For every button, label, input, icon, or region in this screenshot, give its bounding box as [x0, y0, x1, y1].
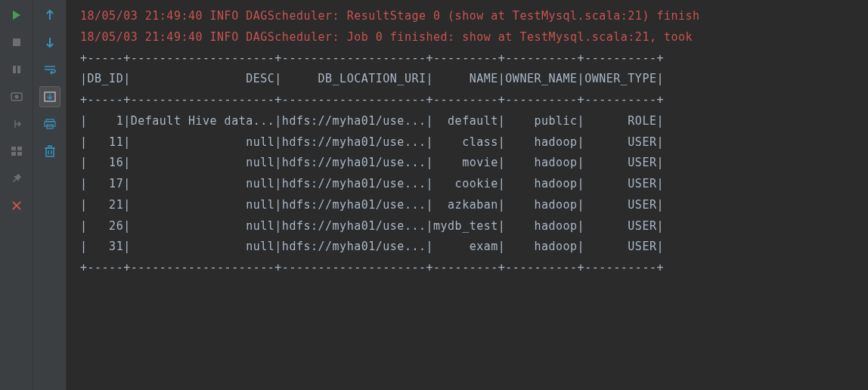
print-button[interactable] [39, 113, 60, 135]
table-row: | 17| null|hdfs://myha01/use...| cookie|… [80, 177, 664, 190]
console-output[interactable]: 18/05/03 21:49:40 INFO DAGScheduler: Res… [67, 0, 868, 390]
log-line: 18/05/03 21:49:40 INFO DAGScheduler: Job… [80, 30, 700, 44]
scroll-up-button[interactable] [39, 5, 60, 26]
svg-rect-2 [17, 66, 20, 73]
table-row: | 31| null|hdfs://myha01/use...| exam| h… [80, 240, 664, 253]
table-row: | 21| null|hdfs://myha01/use...| azkaban… [80, 198, 664, 212]
svg-rect-7 [11, 152, 16, 156]
clear-button[interactable] [39, 141, 60, 162]
table-row: | 26| null|hdfs://myha01/use...|mydb_tes… [80, 219, 664, 233]
soft-wrap-button[interactable] [39, 59, 60, 80]
table-border: +-----+--------------------+------------… [80, 93, 664, 107]
svg-rect-13 [46, 148, 54, 156]
table-row: | 1|Default Hive data...|hdfs://myha01/u… [80, 114, 664, 128]
svg-rect-5 [11, 147, 16, 150]
table-border: +-----+--------------------+------------… [80, 261, 664, 274]
table-row: | 11| null|hdfs://myha01/use...| class| … [80, 135, 664, 149]
svg-rect-11 [45, 122, 55, 126]
table-border: +-----+--------------------+------------… [80, 51, 664, 65]
svg-rect-1 [13, 66, 16, 73]
svg-rect-0 [13, 39, 20, 46]
layout-button[interactable] [6, 141, 27, 162]
table-row: | 16| null|hdfs://myha01/use...| movie| … [80, 156, 664, 169]
stop-button[interactable] [6, 32, 27, 53]
svg-rect-6 [17, 147, 22, 150]
scroll-down-button[interactable] [39, 32, 60, 53]
run-button[interactable] [6, 5, 27, 26]
svg-rect-8 [17, 152, 22, 156]
console-toolbar [33, 0, 67, 390]
exit-button[interactable] [6, 113, 27, 135]
scroll-to-end-button[interactable] [39, 86, 60, 107]
run-toolbar [0, 0, 33, 390]
table-header: |DB_ID| DESC| DB_LOCATION_URI| NAME|OWNE… [80, 72, 664, 85]
pause-button[interactable] [6, 59, 27, 80]
dump-button[interactable] [6, 86, 27, 107]
close-button[interactable] [6, 195, 27, 216]
svg-point-4 [14, 95, 18, 99]
pin-button[interactable] [6, 168, 27, 189]
log-line: 18/05/03 21:49:40 INFO DAGScheduler: Res… [80, 9, 700, 23]
